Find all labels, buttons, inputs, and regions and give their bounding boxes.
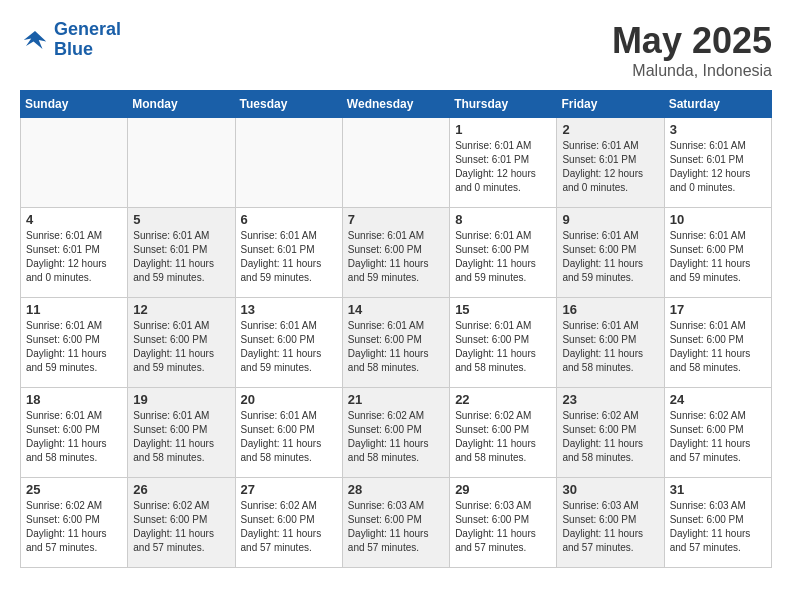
calendar-cell: 6Sunrise: 6:01 AM Sunset: 6:01 PM Daylig… <box>235 208 342 298</box>
day-number: 14 <box>348 302 444 317</box>
day-number: 15 <box>455 302 551 317</box>
day-info: Sunrise: 6:01 AM Sunset: 6:00 PM Dayligh… <box>455 319 551 375</box>
week-row-4: 25Sunrise: 6:02 AM Sunset: 6:00 PM Dayli… <box>21 478 772 568</box>
calendar-cell <box>128 118 235 208</box>
day-number: 28 <box>348 482 444 497</box>
day-info: Sunrise: 6:01 AM Sunset: 6:00 PM Dayligh… <box>133 319 229 375</box>
day-info: Sunrise: 6:01 AM Sunset: 6:00 PM Dayligh… <box>241 319 337 375</box>
day-number: 19 <box>133 392 229 407</box>
logo-text: General Blue <box>54 20 121 60</box>
header-tuesday: Tuesday <box>235 91 342 118</box>
day-info: Sunrise: 6:03 AM Sunset: 6:00 PM Dayligh… <box>348 499 444 555</box>
day-number: 2 <box>562 122 658 137</box>
calendar-cell: 19Sunrise: 6:01 AM Sunset: 6:00 PM Dayli… <box>128 388 235 478</box>
day-info: Sunrise: 6:02 AM Sunset: 6:00 PM Dayligh… <box>241 499 337 555</box>
calendar-cell: 26Sunrise: 6:02 AM Sunset: 6:00 PM Dayli… <box>128 478 235 568</box>
calendar-cell: 28Sunrise: 6:03 AM Sunset: 6:00 PM Dayli… <box>342 478 449 568</box>
day-number: 23 <box>562 392 658 407</box>
day-number: 18 <box>26 392 122 407</box>
day-number: 30 <box>562 482 658 497</box>
week-row-1: 4Sunrise: 6:01 AM Sunset: 6:01 PM Daylig… <box>21 208 772 298</box>
day-number: 10 <box>670 212 766 227</box>
day-info: Sunrise: 6:01 AM Sunset: 6:01 PM Dayligh… <box>455 139 551 195</box>
calendar-cell: 29Sunrise: 6:03 AM Sunset: 6:00 PM Dayli… <box>450 478 557 568</box>
day-info: Sunrise: 6:01 AM Sunset: 6:01 PM Dayligh… <box>26 229 122 285</box>
calendar-cell: 23Sunrise: 6:02 AM Sunset: 6:00 PM Dayli… <box>557 388 664 478</box>
calendar-cell: 11Sunrise: 6:01 AM Sunset: 6:00 PM Dayli… <box>21 298 128 388</box>
header-thursday: Thursday <box>450 91 557 118</box>
day-number: 24 <box>670 392 766 407</box>
calendar-cell: 4Sunrise: 6:01 AM Sunset: 6:01 PM Daylig… <box>21 208 128 298</box>
day-info: Sunrise: 6:03 AM Sunset: 6:00 PM Dayligh… <box>455 499 551 555</box>
day-info: Sunrise: 6:03 AM Sunset: 6:00 PM Dayligh… <box>562 499 658 555</box>
calendar-cell: 16Sunrise: 6:01 AM Sunset: 6:00 PM Dayli… <box>557 298 664 388</box>
day-info: Sunrise: 6:01 AM Sunset: 6:01 PM Dayligh… <box>670 139 766 195</box>
day-info: Sunrise: 6:01 AM Sunset: 6:00 PM Dayligh… <box>348 229 444 285</box>
calendar-cell: 15Sunrise: 6:01 AM Sunset: 6:00 PM Dayli… <box>450 298 557 388</box>
day-number: 7 <box>348 212 444 227</box>
calendar-cell: 7Sunrise: 6:01 AM Sunset: 6:00 PM Daylig… <box>342 208 449 298</box>
day-number: 21 <box>348 392 444 407</box>
calendar-cell: 24Sunrise: 6:02 AM Sunset: 6:00 PM Dayli… <box>664 388 771 478</box>
day-number: 8 <box>455 212 551 227</box>
calendar-cell: 2Sunrise: 6:01 AM Sunset: 6:01 PM Daylig… <box>557 118 664 208</box>
calendar-cell: 22Sunrise: 6:02 AM Sunset: 6:00 PM Dayli… <box>450 388 557 478</box>
day-number: 4 <box>26 212 122 227</box>
calendar-cell: 17Sunrise: 6:01 AM Sunset: 6:00 PM Dayli… <box>664 298 771 388</box>
day-info: Sunrise: 6:02 AM Sunset: 6:00 PM Dayligh… <box>348 409 444 465</box>
calendar-cell: 27Sunrise: 6:02 AM Sunset: 6:00 PM Dayli… <box>235 478 342 568</box>
day-number: 29 <box>455 482 551 497</box>
calendar-cell: 31Sunrise: 6:03 AM Sunset: 6:00 PM Dayli… <box>664 478 771 568</box>
day-info: Sunrise: 6:01 AM Sunset: 6:00 PM Dayligh… <box>562 319 658 375</box>
week-row-3: 18Sunrise: 6:01 AM Sunset: 6:00 PM Dayli… <box>21 388 772 478</box>
week-row-0: 1Sunrise: 6:01 AM Sunset: 6:01 PM Daylig… <box>21 118 772 208</box>
day-info: Sunrise: 6:01 AM Sunset: 6:00 PM Dayligh… <box>455 229 551 285</box>
calendar-cell: 3Sunrise: 6:01 AM Sunset: 6:01 PM Daylig… <box>664 118 771 208</box>
day-info: Sunrise: 6:02 AM Sunset: 6:00 PM Dayligh… <box>562 409 658 465</box>
day-info: Sunrise: 6:01 AM Sunset: 6:01 PM Dayligh… <box>133 229 229 285</box>
day-info: Sunrise: 6:02 AM Sunset: 6:00 PM Dayligh… <box>26 499 122 555</box>
day-info: Sunrise: 6:01 AM Sunset: 6:00 PM Dayligh… <box>133 409 229 465</box>
calendar-cell <box>342 118 449 208</box>
day-number: 31 <box>670 482 766 497</box>
day-info: Sunrise: 6:01 AM Sunset: 6:00 PM Dayligh… <box>241 409 337 465</box>
day-info: Sunrise: 6:01 AM Sunset: 6:00 PM Dayligh… <box>26 409 122 465</box>
day-info: Sunrise: 6:01 AM Sunset: 6:00 PM Dayligh… <box>348 319 444 375</box>
logo-blue: Blue <box>54 39 93 59</box>
logo-general: General <box>54 19 121 39</box>
calendar-header: SundayMondayTuesdayWednesdayThursdayFrid… <box>21 91 772 118</box>
header-sunday: Sunday <box>21 91 128 118</box>
calendar-cell: 8Sunrise: 6:01 AM Sunset: 6:00 PM Daylig… <box>450 208 557 298</box>
day-number: 20 <box>241 392 337 407</box>
day-info: Sunrise: 6:02 AM Sunset: 6:00 PM Dayligh… <box>455 409 551 465</box>
page-header: General Blue May 2025 Malunda, Indonesia <box>20 20 772 80</box>
day-number: 16 <box>562 302 658 317</box>
calendar-cell: 18Sunrise: 6:01 AM Sunset: 6:00 PM Dayli… <box>21 388 128 478</box>
day-number: 11 <box>26 302 122 317</box>
day-number: 12 <box>133 302 229 317</box>
header-saturday: Saturday <box>664 91 771 118</box>
day-info: Sunrise: 6:03 AM Sunset: 6:00 PM Dayligh… <box>670 499 766 555</box>
calendar-cell: 13Sunrise: 6:01 AM Sunset: 6:00 PM Dayli… <box>235 298 342 388</box>
day-info: Sunrise: 6:01 AM Sunset: 6:00 PM Dayligh… <box>670 319 766 375</box>
day-number: 6 <box>241 212 337 227</box>
header-wednesday: Wednesday <box>342 91 449 118</box>
week-row-2: 11Sunrise: 6:01 AM Sunset: 6:00 PM Dayli… <box>21 298 772 388</box>
day-number: 22 <box>455 392 551 407</box>
day-info: Sunrise: 6:01 AM Sunset: 6:00 PM Dayligh… <box>562 229 658 285</box>
location: Malunda, Indonesia <box>612 62 772 80</box>
day-number: 9 <box>562 212 658 227</box>
header-friday: Friday <box>557 91 664 118</box>
calendar-cell: 25Sunrise: 6:02 AM Sunset: 6:00 PM Dayli… <box>21 478 128 568</box>
day-number: 27 <box>241 482 337 497</box>
day-number: 17 <box>670 302 766 317</box>
day-info: Sunrise: 6:01 AM Sunset: 6:01 PM Dayligh… <box>241 229 337 285</box>
month-title: May 2025 <box>612 20 772 62</box>
calendar-cell <box>21 118 128 208</box>
title-block: May 2025 Malunda, Indonesia <box>612 20 772 80</box>
day-info: Sunrise: 6:01 AM Sunset: 6:00 PM Dayligh… <box>670 229 766 285</box>
day-info: Sunrise: 6:02 AM Sunset: 6:00 PM Dayligh… <box>133 499 229 555</box>
day-number: 3 <box>670 122 766 137</box>
logo: General Blue <box>20 20 121 60</box>
calendar-cell: 5Sunrise: 6:01 AM Sunset: 6:01 PM Daylig… <box>128 208 235 298</box>
